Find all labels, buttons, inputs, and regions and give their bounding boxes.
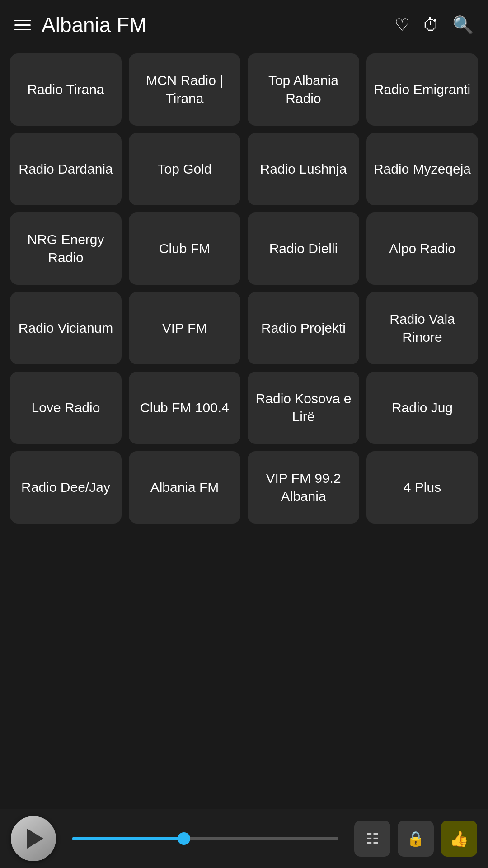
list-icon: ☷ bbox=[366, 830, 379, 847]
bottom-actions: ☷ 🔒 👍 bbox=[354, 821, 477, 857]
station-button-1[interactable]: MCN Radio | Tirana bbox=[129, 53, 240, 126]
header-icons: ♡ ⏱ 🔍 bbox=[394, 16, 474, 33]
favorites-icon[interactable]: ♡ bbox=[394, 16, 410, 33]
progress-thumb bbox=[178, 832, 190, 845]
station-button-0[interactable]: Radio Tirana bbox=[10, 53, 122, 126]
thumbs-up-icon: 👍 bbox=[450, 830, 469, 848]
station-button-11[interactable]: Alpo Radio bbox=[366, 212, 478, 285]
station-button-3[interactable]: Radio Emigranti bbox=[366, 53, 478, 126]
progress-bar[interactable] bbox=[72, 837, 338, 840]
station-button-13[interactable]: VIP FM bbox=[129, 292, 240, 364]
station-button-20[interactable]: Radio Dee/Jay bbox=[10, 451, 122, 524]
station-button-15[interactable]: Radio Vala Rinore bbox=[366, 292, 478, 364]
header-left: Albania FM bbox=[14, 13, 147, 37]
station-button-5[interactable]: Top Gold bbox=[129, 133, 240, 205]
lock-button[interactable]: 🔒 bbox=[398, 821, 434, 857]
station-button-10[interactable]: Radio Dielli bbox=[248, 212, 359, 285]
station-grid: Radio TiranaMCN Radio | TiranaTop Albani… bbox=[0, 46, 488, 531]
station-button-19[interactable]: Radio Jug bbox=[366, 372, 478, 444]
station-button-21[interactable]: Albania FM bbox=[129, 451, 240, 524]
station-button-2[interactable]: Top Albania Radio bbox=[248, 53, 359, 126]
play-button[interactable] bbox=[11, 816, 56, 861]
history-icon[interactable]: ⏱ bbox=[422, 16, 440, 33]
page-title: Albania FM bbox=[42, 13, 147, 37]
like-button[interactable]: 👍 bbox=[441, 821, 477, 857]
station-button-14[interactable]: Radio Projekti bbox=[248, 292, 359, 364]
station-button-4[interactable]: Radio Dardania bbox=[10, 133, 122, 205]
progress-fill bbox=[72, 837, 184, 840]
station-button-6[interactable]: Radio Lushnja bbox=[248, 133, 359, 205]
lock-icon: 🔒 bbox=[407, 830, 425, 847]
play-triangle-icon bbox=[27, 829, 43, 849]
station-button-22[interactable]: VIP FM 99.2 Albania bbox=[248, 451, 359, 524]
header: Albania FM ♡ ⏱ 🔍 bbox=[0, 0, 488, 46]
search-icon[interactable]: 🔍 bbox=[452, 16, 474, 33]
list-view-button[interactable]: ☷ bbox=[354, 821, 390, 857]
station-button-9[interactable]: Club FM bbox=[129, 212, 240, 285]
bottom-bar: ☷ 🔒 👍 bbox=[0, 809, 488, 868]
station-button-23[interactable]: 4 Plus bbox=[366, 451, 478, 524]
station-button-16[interactable]: Love Radio bbox=[10, 372, 122, 444]
station-button-17[interactable]: Club FM 100.4 bbox=[129, 372, 240, 444]
station-button-7[interactable]: Radio Myzeqeja bbox=[366, 133, 478, 205]
station-button-8[interactable]: NRG Energy Radio bbox=[10, 212, 122, 285]
menu-button[interactable] bbox=[14, 20, 31, 30]
station-button-18[interactable]: Radio Kosova e Lirë bbox=[248, 372, 359, 444]
station-button-12[interactable]: Radio Vicianum bbox=[10, 292, 122, 364]
